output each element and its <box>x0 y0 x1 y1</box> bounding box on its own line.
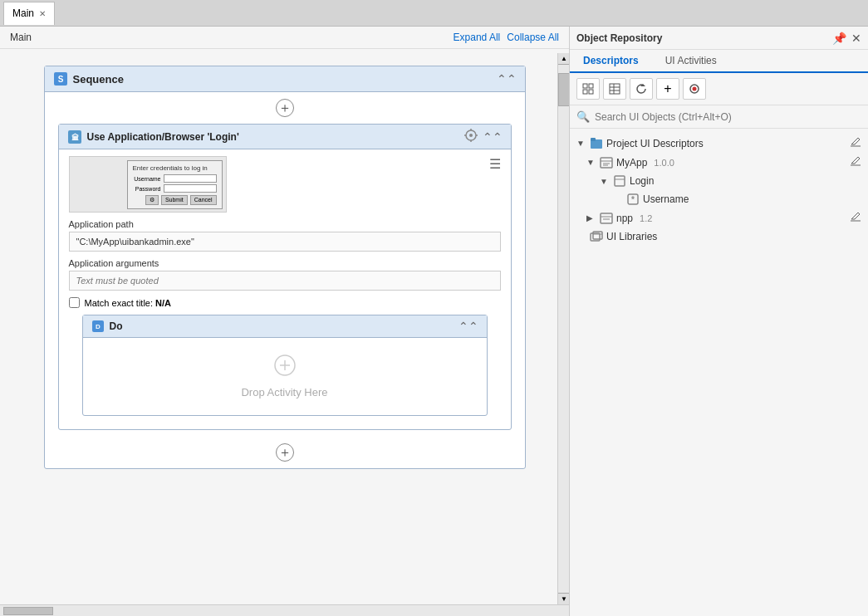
sequence-title: S Sequence <box>53 71 124 86</box>
breadcrumb: Main <box>10 32 32 43</box>
app-path-section: Application path <box>69 219 501 252</box>
myapp-version: 1.0.0 <box>654 158 674 168</box>
username-label: Username <box>133 176 161 182</box>
app-screenshot: UiBank Enter credentials to log in Usern… <box>69 156 227 213</box>
tab-close-icon[interactable]: ✕ <box>39 9 46 18</box>
pin-icon[interactable]: 📌 <box>832 32 846 45</box>
match-title-row: Match exact title: N/A <box>69 297 501 308</box>
close-panel-icon[interactable]: ✕ <box>851 32 861 45</box>
tab-ui-activities[interactable]: UI Activities <box>652 50 730 71</box>
collapse-all-button[interactable]: Collapse All <box>507 32 559 43</box>
tab-bar: Main ✕ <box>0 0 868 27</box>
left-actions: Expand All Collapse All <box>454 32 559 43</box>
tree-login[interactable]: ▼ Login <box>570 172 868 190</box>
canvas-area[interactable]: S Sequence ⌃⌃ ＋ <box>0 49 569 604</box>
myapp-chevron[interactable]: ▼ <box>586 158 596 167</box>
myapp-icon <box>600 156 613 169</box>
scroll-down-button[interactable]: ▼ <box>558 593 569 604</box>
use-app-label: Use Application/Browser 'Login' <box>87 131 239 143</box>
username-label: Username <box>643 193 689 205</box>
drop-activity-text: Drop Activity Here <box>241 386 327 398</box>
tree-npp[interactable]: ▶ npp 1.2 <box>570 208 868 227</box>
tab-descriptors[interactable]: Descriptors <box>570 50 652 73</box>
svg-text:🏛: 🏛 <box>71 133 78 142</box>
right-panel: Object Repository 📌 ✕ Descriptors UI Act… <box>569 27 868 616</box>
password-input-preview <box>164 184 217 193</box>
username-field-icon: * <box>626 193 640 206</box>
use-app-block: 🏛 Use Application/Browser 'Login' <box>58 124 512 430</box>
match-title-checkbox[interactable] <box>69 297 80 308</box>
table-view-button[interactable] <box>603 78 626 100</box>
npp-icon <box>600 212 613 225</box>
do-collapse-button[interactable]: ⌃⌃ <box>459 320 478 333</box>
record-button[interactable] <box>683 78 706 100</box>
tree-ui-libraries[interactable]: ▶ UI Libraries <box>570 227 868 246</box>
tree-myapp[interactable]: ▼ MyApp 1.0.0 <box>570 153 868 172</box>
myapp-action[interactable] <box>850 155 861 169</box>
grid-add-icon <box>582 83 594 95</box>
svg-rect-26 <box>610 84 620 94</box>
main-tab[interactable]: Main ✕ <box>3 2 55 25</box>
vertical-scrollbar[interactable]: ▲ ▼ <box>557 53 569 604</box>
do-title: D Do <box>91 320 123 333</box>
sequence-collapse-button[interactable]: ⌃⌃ <box>497 72 517 86</box>
tab-label: Main <box>12 7 34 19</box>
match-title-label: Match exact title: N/A <box>85 298 172 308</box>
password-row: Password <box>133 184 217 193</box>
svg-rect-22 <box>583 84 587 88</box>
add-descriptor-button[interactable] <box>576 78 600 100</box>
dialog-cancel-btn: Cancel <box>190 195 217 205</box>
password-label: Password <box>133 186 161 192</box>
login-chevron[interactable]: ▼ <box>600 177 610 186</box>
login-label: Login <box>630 175 654 187</box>
scroll-up-button[interactable]: ▲ <box>558 53 569 65</box>
npp-chevron[interactable]: ▶ <box>586 213 596 222</box>
horizontal-scroll-thumb[interactable] <box>3 607 53 615</box>
use-app-title: 🏛 Use Application/Browser 'Login' <box>67 130 239 144</box>
tree-username[interactable]: ▶ * Username <box>570 190 868 208</box>
use-app-settings-icon[interactable] <box>464 129 478 144</box>
svg-rect-41 <box>615 176 625 186</box>
tree-area: ▼ Project UI Descriptors ▼ <box>570 129 868 616</box>
horizontal-scrollbar[interactable] <box>0 604 569 616</box>
app-path-label: Application path <box>69 219 501 229</box>
ui-libraries-icon <box>590 230 603 243</box>
search-input[interactable] <box>595 111 861 123</box>
refresh-button[interactable] <box>630 78 653 100</box>
left-toolbar: Main Expand All Collapse All <box>0 27 569 49</box>
ui-libraries-label: UI Libraries <box>606 231 657 242</box>
app-args-input[interactable] <box>69 271 501 291</box>
scroll-track[interactable] <box>558 65 569 593</box>
do-body[interactable]: Drop Activity Here <box>83 338 487 415</box>
expand-all-button[interactable]: Expand All <box>454 32 501 43</box>
use-app-header: 🏛 Use Application/Browser 'Login' <box>59 125 511 149</box>
svg-rect-24 <box>583 90 587 94</box>
do-icon: D <box>91 320 105 333</box>
use-app-body: UiBank Enter credentials to log in Usern… <box>59 149 511 429</box>
sequence-header: S Sequence ⌃⌃ <box>45 66 525 92</box>
svg-text:S: S <box>57 75 63 84</box>
sequence-label: Sequence <box>73 73 124 86</box>
add-activity-bottom-button[interactable]: ＋ <box>276 443 294 462</box>
match-title-value: N/A <box>155 298 171 308</box>
npp-action[interactable] <box>850 211 861 225</box>
svg-rect-34 <box>591 138 596 141</box>
add-new-button[interactable]: + <box>656 78 679 100</box>
hamburger-menu-button[interactable]: ☰ <box>489 156 501 172</box>
app-path-input[interactable] <box>69 232 501 252</box>
scroll-thumb[interactable] <box>558 73 569 106</box>
tree-root[interactable]: ▼ Project UI Descriptors <box>570 134 868 153</box>
add-activity-top-button[interactable]: ＋ <box>276 99 294 117</box>
use-app-icon: 🏛 <box>67 130 82 144</box>
npp-version: 1.2 <box>640 213 652 223</box>
dialog-submit-btn: Submit <box>161 195 188 205</box>
add-circle-icon <box>274 354 296 376</box>
project-descriptor-icon <box>590 137 603 150</box>
svg-point-32 <box>693 87 697 91</box>
project-descriptor-action[interactable] <box>850 136 861 150</box>
use-app-collapse-button[interactable]: ⌃⌃ <box>483 130 503 144</box>
add-btn-bottom-row: ＋ <box>45 437 525 468</box>
do-label: Do <box>110 320 123 332</box>
root-chevron[interactable]: ▼ <box>576 139 586 148</box>
right-toolbar: + <box>570 73 868 105</box>
